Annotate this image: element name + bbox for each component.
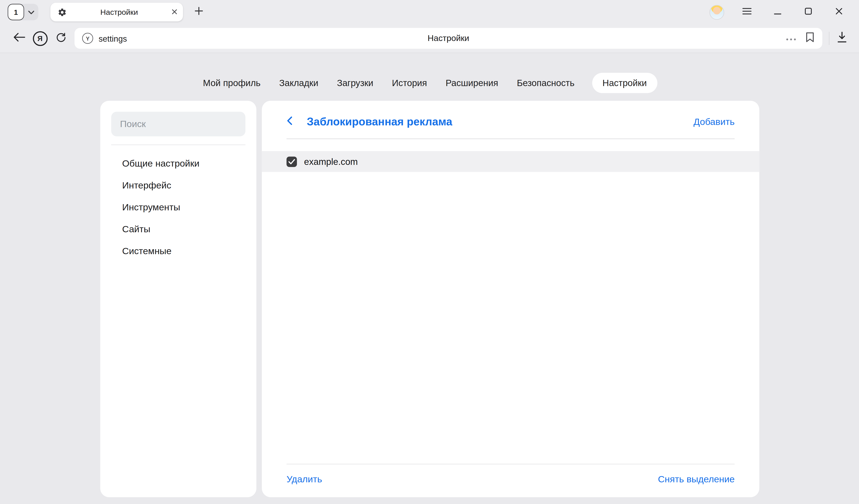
bookmark-button[interactable]	[805, 32, 815, 45]
more-button[interactable]	[786, 33, 797, 43]
tab-counter-button[interactable]: 1	[8, 4, 24, 20]
close-icon	[835, 7, 842, 17]
settings-page: Мой профиль Закладки Загрузки История Ра…	[0, 53, 859, 504]
tab-title: Настройки	[67, 8, 171, 17]
plus-icon	[195, 7, 204, 18]
yandex-icon: Я	[33, 31, 47, 46]
tab-history[interactable]: История	[391, 73, 428, 93]
chevron-down-icon	[28, 7, 34, 17]
sidebar-item-interface[interactable]: Интерфейс	[111, 175, 245, 197]
yandex-button[interactable]: Я	[30, 28, 50, 49]
panel-header: Заблокированная реклама Добавить	[262, 101, 759, 138]
tab-settings[interactable]: Настройки	[592, 73, 657, 93]
url-text: settings	[99, 34, 127, 43]
tab-dropdown-button[interactable]	[24, 4, 38, 20]
page-title: Настройки	[75, 33, 822, 43]
browser-window: 1 Настройки	[0, 0, 859, 504]
bookmark-icon	[805, 32, 815, 45]
minimize-icon	[774, 7, 781, 17]
delete-button[interactable]: Удалить	[286, 474, 322, 485]
tab-bookmarks[interactable]: Закладки	[278, 73, 319, 93]
menu-button[interactable]	[739, 4, 755, 20]
panel-title: Заблокированная реклама	[307, 116, 694, 128]
list-item[interactable]: example.com	[262, 151, 759, 172]
gear-icon	[58, 7, 67, 17]
reload-icon	[55, 32, 66, 45]
panel-back-button[interactable]	[286, 116, 292, 128]
tab-counter-control[interactable]: 1	[8, 4, 39, 20]
maximize-icon	[804, 7, 812, 17]
browser-toolbar: Я Y settings Настройки	[0, 24, 859, 53]
sidebar-divider	[111, 144, 245, 145]
blocked-ads-list: example.com	[262, 139, 759, 464]
back-arrow-icon	[13, 32, 25, 44]
toolbar-divider	[829, 32, 830, 45]
reload-button[interactable]	[50, 28, 71, 49]
tab-security[interactable]: Безопасность	[516, 73, 576, 93]
settings-nav-tabs: Мой профиль Закладки Загрузки История Ра…	[0, 53, 859, 101]
more-icon	[786, 33, 797, 43]
tab-extensions[interactable]: Расширения	[444, 73, 499, 93]
check-icon	[288, 158, 295, 165]
settings-sidebar: Общие настройки Интерфейс Инструменты Са…	[100, 101, 256, 497]
add-button[interactable]: Добавить	[693, 116, 735, 127]
close-icon	[171, 7, 177, 17]
blocked-ads-panel: Заблокированная реклама Добавить example…	[262, 101, 759, 497]
tab-close-button[interactable]	[171, 7, 177, 17]
sidebar-item-tools[interactable]: Инструменты	[111, 197, 245, 218]
hamburger-icon	[742, 7, 751, 17]
settings-browser-tab[interactable]: Настройки	[50, 3, 183, 21]
new-tab-button[interactable]	[191, 4, 207, 20]
avatar[interactable]	[710, 5, 724, 19]
row-checkbox[interactable]	[286, 156, 297, 167]
download-icon	[837, 31, 847, 45]
deselect-button[interactable]: Снять выделение	[658, 474, 735, 485]
tab-my-profile[interactable]: Мой профиль	[202, 73, 262, 93]
download-button[interactable]	[831, 28, 852, 49]
panel-footer: Удалить Снять выделение	[262, 464, 759, 497]
tab-downloads[interactable]: Загрузки	[336, 73, 375, 93]
chevron-left-icon	[286, 116, 292, 128]
close-window-button[interactable]	[830, 4, 847, 20]
back-button[interactable]	[9, 28, 30, 49]
minimize-button[interactable]	[769, 4, 786, 20]
site-favicon-icon: Y	[82, 33, 93, 44]
sidebar-item-system[interactable]: Системные	[111, 240, 245, 262]
search-input[interactable]	[111, 112, 245, 136]
tab-strip: 1 Настройки	[0, 0, 859, 24]
row-domain-label: example.com	[304, 156, 358, 167]
address-bar[interactable]: Y settings Настройки	[75, 28, 822, 49]
sidebar-item-general[interactable]: Общие настройки	[111, 153, 245, 175]
maximize-button[interactable]	[800, 4, 816, 20]
sidebar-item-sites[interactable]: Сайты	[111, 218, 245, 240]
